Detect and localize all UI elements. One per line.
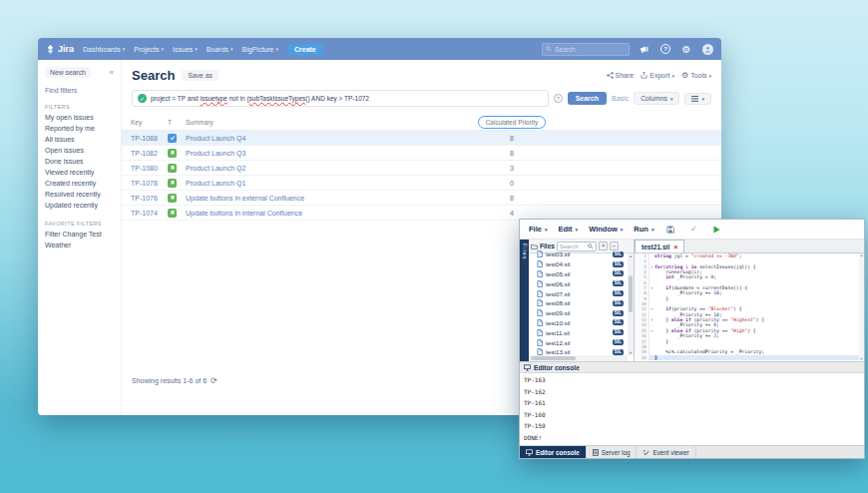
scroll-down-icon[interactable]: ▼ [628, 350, 634, 355]
file-item-test03-sil[interactable]: test03.sil SIL [529, 249, 634, 259]
issue-key-link[interactable]: TP-1076 [131, 195, 158, 202]
file-item-test12-sil[interactable]: test12.sil SIL [529, 337, 634, 347]
file-item-test04-sil[interactable]: test04.sil SIL [529, 259, 634, 269]
file-item-test08-sil[interactable]: test08.sil SIL [529, 298, 634, 308]
tab-server-log[interactable]: Server log [587, 446, 638, 458]
new-search-button[interactable]: New search [45, 67, 91, 78]
sidebar-item-my-open-issues[interactable]: My open issues [45, 112, 114, 123]
sidebar-item-reported-by-me[interactable]: Reported by me [45, 123, 114, 134]
file-item-test06-sil[interactable]: test06.sil SIL [529, 278, 634, 288]
console-output[interactable]: TP-163TP-162TP-161TP-160TP-159DONE! [520, 373, 864, 445]
create-button[interactable]: Create [287, 44, 323, 55]
scrollbar-thumb[interactable] [531, 356, 576, 360]
navbar-item-boards[interactable]: Boards▾ [207, 46, 233, 53]
columns-button[interactable]: Columns▾ [634, 92, 679, 105]
issue-key-link[interactable]: TP-1078 [131, 180, 158, 187]
navbar-item-issues[interactable]: Issues▾ [173, 46, 198, 53]
scroll-down-icon[interactable]: ▼ [859, 357, 864, 361]
files-vertical-scrollbar[interactable]: ▲ ▼ [628, 253, 634, 355]
sidebar-item-updated-recently[interactable]: Updated recently [45, 200, 114, 211]
find-filters-link[interactable]: Find filters [45, 87, 114, 94]
sidebar-item-done-issues[interactable]: Done issues [45, 156, 114, 167]
issue-summary-link[interactable]: Product Launch Q3 [186, 150, 245, 157]
column-header-key[interactable]: Key [122, 119, 168, 126]
sil-badge: SIL [613, 270, 624, 276]
column-header-summary[interactable]: Summary [186, 119, 452, 126]
check-syntax-button[interactable]: ✓ [687, 225, 699, 234]
calculated-priority-value: 8 [510, 150, 514, 157]
help-icon[interactable]: ? [659, 43, 671, 55]
editor-menu-edit[interactable]: Edit▾ [558, 225, 578, 234]
sidebar-item-open-issues[interactable]: Open issues [45, 145, 114, 156]
sidebar-item-created-recently[interactable]: Created recently [45, 178, 114, 189]
file-item-test09-sil[interactable]: test09.sil SIL [529, 308, 634, 318]
files-search-input[interactable] [560, 244, 588, 249]
issue-key-link[interactable]: TP-1074 [131, 210, 158, 217]
issue-summary-link[interactable]: Update buttons in internal Confluence [186, 210, 302, 217]
editor-menu-window[interactable]: Window▾ [589, 225, 623, 234]
open-file-tab[interactable]: test21.sil × [635, 240, 684, 252]
file-item-test05-sil[interactable]: test05.sil SIL [529, 269, 634, 279]
issue-key-link[interactable]: TP-1082 [131, 150, 158, 157]
sidebar-item-resolved-recently[interactable]: Resolved recently [45, 189, 114, 200]
code-editor[interactable]: 1string jql = "created >= -30d";23▾for(s… [635, 253, 864, 361]
table-row[interactable]: TP-1088 Product Launch Q4 8 [122, 131, 721, 146]
user-avatar[interactable] [701, 43, 713, 55]
code-vertical-scrollbar[interactable]: ▲ ▼ [859, 253, 864, 361]
navbar-item-dashboards[interactable]: Dashboards▾ [83, 46, 125, 53]
settings-gear-icon[interactable]: ⚙ [680, 43, 692, 55]
editor-menu-run[interactable]: Run▾ [634, 225, 653, 234]
issue-summary-link[interactable]: Update buttons in external Confluence [186, 195, 304, 202]
file-item-test11-sil[interactable]: test11.sil SIL [529, 327, 634, 337]
table-row[interactable]: TP-1080 Product Launch Q2 3 [122, 161, 721, 176]
issue-summary-link[interactable]: Product Launch Q1 [186, 180, 245, 187]
export-button[interactable]: Export▾ [641, 72, 674, 79]
sidebar-collapse-icon[interactable]: « [110, 68, 114, 77]
navbar-search-input[interactable] [555, 46, 625, 53]
tab-event-viewer[interactable]: Event viewer [637, 446, 695, 458]
table-row[interactable]: TP-1082 Product Launch Q3 8 [122, 146, 721, 161]
share-button[interactable]: Share [607, 72, 635, 79]
files-horizontal-scrollbar[interactable] [529, 355, 628, 361]
scrollbar-thumb[interactable] [629, 275, 633, 312]
issue-key-link[interactable]: TP-1088 [131, 135, 158, 142]
scroll-up-icon[interactable]: ▲ [628, 253, 634, 258]
tools-button[interactable]: ⚙ Tools▾ [681, 71, 711, 80]
tab-editor-console[interactable]: Editor console [520, 446, 587, 458]
sidebar-item-viewed-recently[interactable]: Viewed recently [45, 167, 114, 178]
jql-input[interactable]: ✓ project = TP and issuetype not in (sub… [132, 90, 549, 107]
editor-menu-file[interactable]: File▾ [529, 225, 547, 234]
navbar-item-projects[interactable]: Projects▾ [134, 46, 164, 53]
refresh-icon[interactable]: ⟳ [211, 376, 217, 385]
save-as-button[interactable]: Save as [182, 70, 218, 81]
jira-logo[interactable]: Jira [46, 44, 74, 54]
basic-mode-link[interactable]: Basic [612, 95, 629, 102]
issue-summary-link[interactable]: Product Launch Q4 [186, 135, 245, 142]
scroll-up-icon[interactable]: ▲ [859, 253, 864, 257]
sidebar-item-weather[interactable]: Weather [45, 240, 114, 250]
column-header-type[interactable]: T [168, 119, 186, 126]
navbar-item-bigpicture[interactable]: BigPicture▾ [242, 46, 278, 53]
table-row[interactable]: TP-1076 Update buttons in external Confl… [122, 191, 721, 206]
code-line[interactable]: 20} [635, 355, 864, 360]
sidebar-item-all-issues[interactable]: All issues [45, 134, 114, 145]
jql-help-icon[interactable]: ? [554, 94, 563, 103]
file-item-test10-sil[interactable]: test10.sil SIL [529, 318, 634, 328]
save-file-button[interactable] [664, 226, 676, 234]
story-type-icon [168, 179, 177, 188]
close-tab-icon[interactable]: × [673, 244, 677, 250]
files-vertical-tab[interactable]: Files [520, 240, 529, 361]
notifications-megaphone-icon[interactable] [639, 43, 651, 55]
sidebar-item-filter-change-test[interactable]: Filter Change Test [45, 229, 114, 240]
issue-key-link[interactable]: TP-1080 [131, 165, 158, 172]
run-script-button[interactable] [710, 226, 722, 234]
column-header-calculated-priority[interactable]: Calculated Priority [478, 116, 547, 129]
file-item-test07-sil[interactable]: test07.sil SIL [529, 288, 634, 298]
jql-search-button[interactable]: Search [568, 92, 607, 105]
layout-switch-button[interactable]: ▾ [684, 93, 711, 105]
sidebar-filter-list: My open issuesReported by meAll issuesOp… [45, 112, 114, 211]
table-row[interactable]: TP-1078 Product Launch Q1 0 [122, 176, 721, 191]
issue-summary-link[interactable]: Product Launch Q2 [186, 165, 245, 172]
navbar-search[interactable] [542, 43, 630, 56]
tools-gear-icon: ⚙ [681, 71, 688, 80]
